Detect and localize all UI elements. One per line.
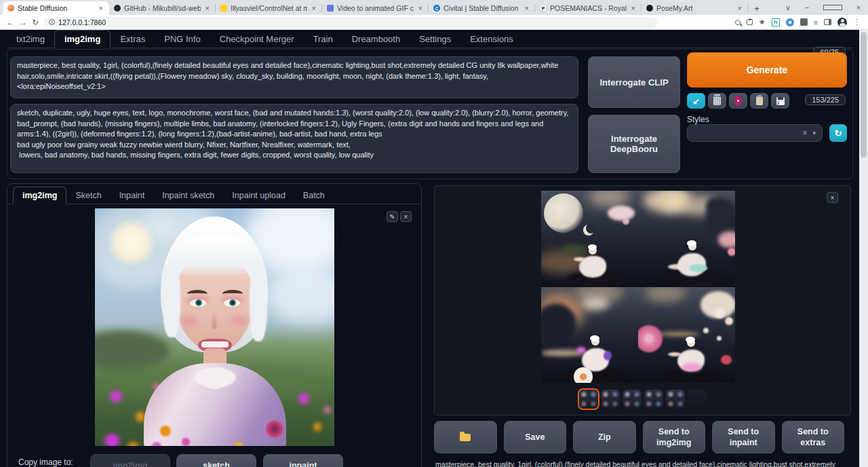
tab-png-info[interactable]: PNG Info: [155, 31, 210, 48]
styles-dropdown[interactable]: × ▾: [687, 124, 823, 142]
browser-menu-icon[interactable]: ⋮: [853, 18, 861, 26]
browser-tab-title: Civitai | Stable Diffusion models: [443, 4, 520, 12]
tab-close-icon[interactable]: ×: [736, 4, 743, 12]
tab-settings[interactable]: Settings: [410, 31, 460, 48]
interrogate-clip-button[interactable]: Interrogate CLIP: [588, 56, 680, 108]
negative-prompt-token-counter: 153/225: [805, 94, 846, 105]
generate-button[interactable]: Generate: [687, 52, 847, 88]
copy-to-sketch-button[interactable]: sketch: [176, 454, 256, 467]
browser-tab-controlnet[interactable]: Illyasviel/ControlNet at main ×: [216, 1, 322, 15]
tab-extensions[interactable]: Extensions: [460, 31, 523, 48]
browser-tab-gif-converter[interactable]: Video to animated GIF converter ×: [322, 1, 429, 15]
browser-tab-title: Video to animated GIF converter: [337, 4, 414, 12]
send-to-inpaint-button[interactable]: Send to inpaint: [712, 421, 775, 453]
browser-scrollbar[interactable]: [859, 30, 868, 467]
main-tab-bar: txt2img img2img Extras PNG Info Checkpoi…: [7, 30, 853, 48]
save-style-button[interactable]: [771, 93, 789, 109]
flower: [104, 434, 119, 446]
prompt-input[interactable]: masterpiece, best quality, 1girl, (color…: [11, 57, 578, 98]
figure-hair: [686, 337, 695, 343]
site-info-icon[interactable]: i: [49, 19, 55, 25]
source-image-area[interactable]: ✎ ×: [7, 204, 421, 450]
tab-inpaint[interactable]: Inpaint: [111, 187, 154, 204]
window-minimize-button[interactable]: −: [797, 3, 816, 12]
back-button[interactable]: ←: [6, 18, 14, 27]
github-favicon: [114, 5, 121, 12]
clear-prompt-button[interactable]: [708, 93, 726, 109]
address-bar[interactable]: i 127.0.0.1:7860: [43, 17, 657, 28]
tab-search-icon[interactable]: ∨: [778, 3, 797, 12]
profile-avatar[interactable]: [837, 18, 847, 27]
extension-blue-icon[interactable]: [786, 18, 794, 26]
browser-tab-posemaniacs[interactable]: P POSEMANIACS - Royalty free 3 ×: [535, 1, 642, 15]
gallery-thumbnail[interactable]: [666, 390, 685, 409]
reading-list-icon[interactable]: ≡: [814, 18, 818, 26]
tab-dreambooth[interactable]: Dreambooth: [342, 31, 410, 48]
tab-close-icon[interactable]: ×: [204, 4, 211, 12]
necklace: [202, 371, 228, 389]
browser-tab-stable-diffusion[interactable]: Stable Diffusion ×: [3, 1, 109, 15]
forward-button[interactable]: →: [19, 18, 27, 27]
gallery-thumbnail[interactable]: [623, 390, 642, 409]
extension-n-icon[interactable]: N: [772, 18, 780, 26]
tab-txt2img[interactable]: txt2img: [7, 31, 54, 48]
save-button[interactable]: Save: [504, 421, 567, 453]
moon: [544, 193, 583, 233]
browser-tab-posemyart[interactable]: PoseMy.Art ×: [642, 1, 748, 15]
clear-styles-icon[interactable]: ×: [802, 128, 807, 138]
tab-batch[interactable]: Batch: [294, 187, 334, 204]
gallery-thumbnail[interactable]: [644, 390, 663, 409]
bookmark-star-icon[interactable]: ★: [759, 18, 766, 26]
window-maximize-button[interactable]: [823, 5, 842, 10]
tab-close-icon[interactable]: ×: [524, 4, 530, 12]
tab-img2img-mode[interactable]: img2img: [13, 187, 66, 204]
copy-to-inpaint-button[interactable]: inpaint: [263, 454, 343, 467]
generated-image-grid[interactable]: [541, 191, 735, 383]
gallery-thumbnail[interactable]: [579, 390, 598, 409]
close-gallery-button[interactable]: ×: [827, 192, 838, 203]
tab-close-icon[interactable]: ×: [311, 4, 317, 12]
tab-close-icon[interactable]: ×: [98, 4, 104, 12]
tab-img2img[interactable]: img2img: [54, 30, 111, 48]
open-folder-button[interactable]: [434, 421, 497, 453]
window-close-button[interactable]: ×: [849, 3, 868, 12]
tab-sketch[interactable]: Sketch: [66, 187, 110, 204]
zip-button[interactable]: Zip: [573, 421, 636, 453]
extra-networks-button[interactable]: [729, 93, 747, 109]
reload-button[interactable]: ↻: [32, 18, 39, 27]
refresh-styles-button[interactable]: ↻: [829, 124, 847, 142]
apply-styles-button[interactable]: [750, 93, 768, 109]
scrollbar-thumb[interactable]: [861, 32, 867, 157]
source-image-portrait: [95, 208, 334, 446]
browser-tab-civitai[interactable]: C Civitai | Stable Diffusion models ×: [429, 1, 535, 15]
gallery-thumbnail[interactable]: [688, 390, 707, 409]
negative-prompt-input[interactable]: sketch, duplicate, ugly, huge eyes, text…: [11, 105, 578, 172]
sun-glow: [661, 191, 688, 211]
tab-close-icon[interactable]: ×: [630, 4, 637, 12]
browser-tab-title: GitHub - Mikubill/sd-webui-con: [124, 4, 201, 12]
side-panel-icon[interactable]: [824, 19, 831, 25]
window-controls: ∨ − ×: [778, 0, 868, 15]
paste-generation-params-button[interactable]: ↙: [687, 93, 705, 109]
tab-close-icon[interactable]: ×: [417, 4, 424, 12]
new-tab-button[interactable]: +: [751, 2, 763, 14]
img2img-panel: img2img Sketch Inpaint Inpaint sketch In…: [7, 183, 422, 467]
remove-image-button[interactable]: ×: [400, 211, 412, 222]
browser-tab-github[interactable]: GitHub - Mikubill/sd-webui-con ×: [109, 1, 216, 15]
tab-inpaint-upload[interactable]: Inpaint upload: [223, 187, 294, 204]
interrogate-deepbooru-button[interactable]: Interrogate DeepBooru: [588, 115, 680, 173]
tab-extras[interactable]: Extras: [111, 31, 155, 48]
edit-image-button[interactable]: ✎: [387, 211, 398, 222]
tab-inpaint-sketch[interactable]: Inpaint sketch: [153, 187, 223, 204]
folder-icon: [460, 434, 471, 441]
send-to-extras-button[interactable]: Send to extras: [782, 421, 845, 453]
tab-train[interactable]: Train: [304, 31, 342, 48]
tab-checkpoint-merger[interactable]: Checkpoint Merger: [210, 31, 304, 48]
send-to-img2img-button[interactable]: Send to img2img: [643, 421, 706, 453]
figure-hair: [590, 335, 599, 341]
copy-to-img2img-button[interactable]: img2img: [90, 454, 170, 467]
zoom-icon[interactable]: [735, 20, 741, 25]
share-icon[interactable]: [747, 19, 753, 25]
extensions-puzzle-icon[interactable]: [800, 18, 808, 26]
gallery-thumbnail[interactable]: [601, 390, 620, 409]
